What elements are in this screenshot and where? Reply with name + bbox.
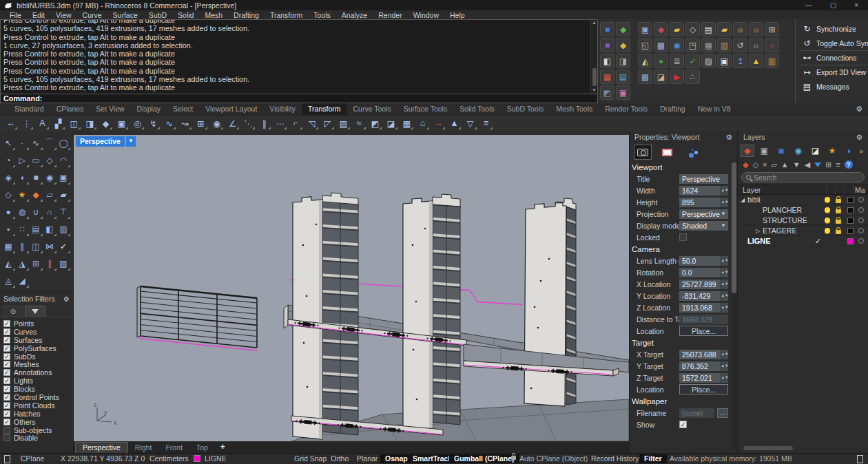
menu-item[interactable]: Surface	[107, 11, 143, 19]
layer-visibility-bulb-icon[interactable]	[825, 207, 830, 213]
transform-tool-icon[interactable]: ◆	[99, 117, 113, 130]
sidebar-tool-icon[interactable]: ◢	[16, 273, 29, 289]
dock-icon[interactable]: ▶	[670, 70, 684, 84]
dock-icon[interactable]: ▦	[701, 38, 716, 52]
layer-color-swatch[interactable]	[847, 238, 854, 244]
filter-checkbox-row[interactable]: Point Clouds	[3, 401, 73, 410]
toolbar-tab[interactable]: Standard	[8, 103, 50, 115]
move-down-icon[interactable]: ▼	[793, 160, 800, 169]
viewport-height-field[interactable]: 895▲▼	[679, 198, 728, 207]
layer-material-icon[interactable]	[858, 218, 864, 223]
filters-tab-filter[interactable]	[25, 306, 45, 317]
camera-y-field[interactable]: -831.429▲▼	[679, 291, 728, 301]
layer-row[interactable]: STRUCTURE ✓	[738, 215, 868, 226]
add-viewport-button[interactable]: +	[215, 442, 231, 453]
menu-item[interactable]: Mesh	[199, 11, 228, 19]
sidebar-tool-icon[interactable]: ↖	[2, 135, 15, 151]
transform-tool-icon[interactable]: →	[431, 117, 446, 130]
transform-tool-icon[interactable]: ⌂	[415, 117, 430, 130]
toolbar-tab[interactable]: SubD Tools	[501, 103, 550, 115]
viewport-tab[interactable]: Right	[128, 443, 159, 453]
dock-icon[interactable]: ◱	[638, 38, 652, 52]
gear-icon[interactable]: ⚙	[63, 295, 70, 303]
menu-item[interactable]: File	[4, 11, 27, 19]
sidebar-tool-icon[interactable]: ∪	[30, 204, 43, 220]
checkbox-icon[interactable]	[3, 402, 10, 409]
filter-checkbox-row[interactable]: Curves	[3, 328, 73, 336]
sidebar-tool-icon[interactable]: ∷	[16, 221, 29, 238]
spinner[interactable]: ▲▼	[721, 361, 728, 371]
dock-icon[interactable]: ▨	[701, 54, 716, 68]
sidebar-tool-icon[interactable]: ◆	[30, 187, 43, 203]
layer-material-icon[interactable]	[858, 228, 864, 233]
close-button[interactable]: ×	[854, 0, 858, 10]
dock-icon[interactable]: ⊞	[765, 22, 779, 36]
toolbar-tab[interactable]: CPlanes	[50, 103, 90, 115]
layer-row[interactable]: bibli ✓	[738, 195, 868, 205]
minimize-button[interactable]: —	[805, 0, 812, 10]
viewport-width-field[interactable]: 1624▲▼	[679, 186, 728, 196]
toolbar-tab[interactable]: Set View	[90, 103, 130, 115]
layer-name[interactable]: PLANCHER	[763, 206, 825, 214]
sidebar-tool-icon[interactable]: ◔	[2, 152, 15, 169]
layer-name[interactable]: ETAGERE	[763, 226, 825, 235]
viewport-label-dropdown[interactable]: Perspective ▼	[76, 136, 136, 147]
sidebar-tool-icon[interactable]: ▪	[2, 221, 15, 238]
checkbox-icon[interactable]	[3, 320, 10, 327]
command-prompt[interactable]: Command:	[1, 94, 597, 103]
filter-checkbox-row[interactable]: Control Points	[3, 393, 73, 401]
scrollbar-thumb[interactable]	[592, 68, 597, 86]
dock-icon[interactable]: ▣	[717, 54, 732, 68]
spinner[interactable]: ▲▼	[721, 291, 728, 301]
sidebar-tool-icon[interactable]: ⋈	[43, 238, 56, 255]
layer-row[interactable]: LIGNE ✓	[738, 236, 868, 246]
sidebar-tool-icon[interactable]: ∥	[16, 238, 29, 255]
layer-visibility-bulb-icon[interactable]	[825, 197, 830, 202]
gear-icon[interactable]: ⚙	[856, 105, 862, 114]
dock-icon[interactable]: ↺	[733, 38, 747, 52]
dock-icon[interactable]: ▲	[749, 54, 763, 68]
target-place-button[interactable]: Place...	[679, 384, 728, 394]
toggle-ortho[interactable]: Ortho	[331, 454, 349, 463]
sidebar-tool-icon[interactable]: ▤	[30, 221, 43, 238]
filter-checkbox-row[interactable]: SubDs	[3, 352, 73, 361]
layer-lock-icon[interactable]	[836, 199, 841, 203]
toggle-record-history[interactable]: Record History	[591, 454, 639, 463]
dock-icon[interactable]: ☼	[749, 22, 763, 36]
camera-place-button[interactable]: Place...	[679, 326, 728, 336]
tab-display-options[interactable]	[682, 145, 700, 160]
status-cplane[interactable]: CPlane	[21, 454, 44, 463]
sidebar-tool-icon[interactable]: ●	[2, 204, 15, 220]
wallpaper-show-checkbox[interactable]	[679, 421, 687, 428]
viewport-title-field[interactable]: Perspective	[679, 174, 728, 184]
sidebar-tool-icon[interactable]: ⊞	[30, 255, 43, 272]
menu-item[interactable]: Curve	[77, 11, 107, 19]
sidebar-tool-icon[interactable]: ▥	[57, 221, 70, 238]
layer-color-swatch[interactable]	[847, 218, 854, 224]
dock-icon[interactable]: ▤	[701, 22, 716, 36]
transform-tool-icon[interactable]: ↝	[178, 117, 192, 130]
transform-tool-icon[interactable]: ▲	[447, 117, 462, 130]
status-panel-icon[interactable]	[4, 455, 10, 463]
dock-icon[interactable]: ▤	[616, 70, 630, 84]
tab-viewport-settings[interactable]	[658, 145, 676, 160]
toggle-filter[interactable]: Filter	[639, 454, 667, 463]
new-sublayer-icon[interactable]: ◇	[752, 160, 758, 169]
filter-checkbox-row[interactable]: Hatches	[3, 410, 73, 418]
camera-z-field[interactable]: 1913.068▲▼	[679, 303, 728, 313]
panel-action-button[interactable]: ⊷ Connections	[798, 50, 868, 65]
toolbar-tab[interactable]: Transform	[302, 103, 347, 115]
tab-layers[interactable]: ◆	[741, 145, 754, 157]
dock-icon[interactable]: ◳	[685, 38, 700, 52]
filter-checkbox-row[interactable]: Others	[3, 418, 73, 426]
column-material[interactable]: Ma	[853, 185, 868, 194]
transform-tool-icon[interactable]: ▞	[51, 117, 65, 130]
dock-icon[interactable]: ▣	[616, 85, 630, 100]
checkbox-icon[interactable]	[3, 377, 10, 384]
target-x-field[interactable]: 25073.688▲▼	[679, 350, 728, 359]
dock-icon[interactable]: ▩	[654, 38, 668, 52]
checkbox-icon[interactable]	[3, 345, 10, 352]
toolbar-tab[interactable]: Solid Tools	[453, 103, 501, 115]
menu-item[interactable]: Help	[444, 11, 471, 19]
lens-length-field[interactable]: 50.0▲▼	[679, 256, 728, 266]
